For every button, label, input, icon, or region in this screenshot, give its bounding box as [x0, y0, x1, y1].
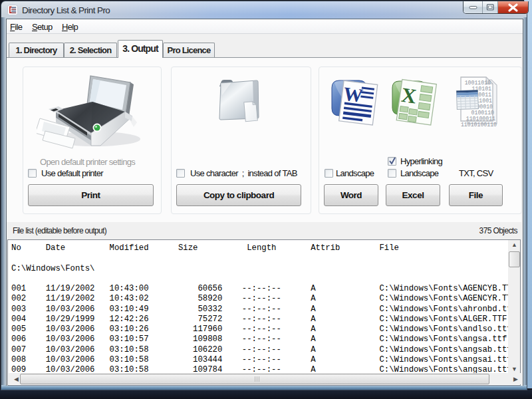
svg-text:10011010: 10011010 — [465, 80, 491, 86]
svg-text:110100011: 110100011 — [466, 116, 495, 122]
svg-text:0100110: 0100110 — [471, 110, 494, 116]
svg-text:11010100110: 11010100110 — [461, 122, 497, 128]
